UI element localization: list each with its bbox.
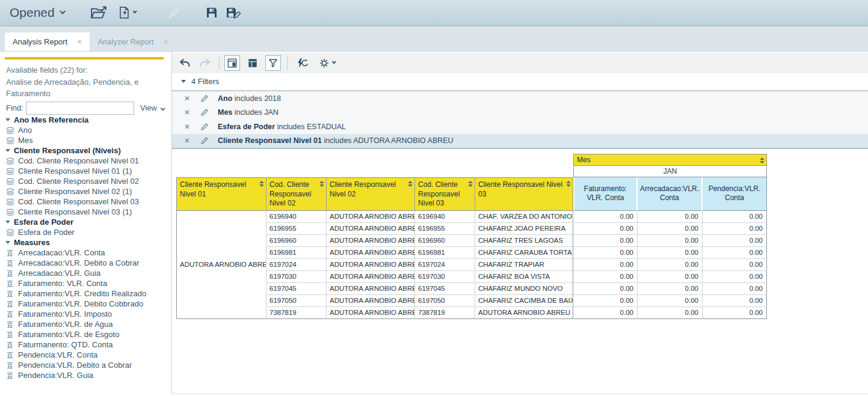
- tab-analysis-report[interactable]: Analysis Report✕: [5, 32, 90, 51]
- view-dropdown-button[interactable]: View: [140, 103, 164, 112]
- row-header-4[interactable]: Cliente Responsavel Nivel 03: [475, 177, 573, 211]
- member-cell[interactable]: 6196981: [266, 247, 327, 259]
- value-cell[interactable]: 0.00: [638, 259, 703, 271]
- value-cell[interactable]: 0.00: [703, 235, 767, 247]
- show-filters-button[interactable]: [265, 55, 281, 71]
- member-cell[interactable]: 6196955: [415, 223, 475, 235]
- settings-button[interactable]: [316, 55, 337, 71]
- field-item[interactable]: Faturamento:VLR. de Esgoto: [5, 329, 168, 340]
- member-cell[interactable]: CHAFARIZ BOA VISTA: [475, 271, 573, 283]
- member-cell[interactable]: 6196960: [266, 235, 327, 247]
- auto-refresh-button[interactable]: [292, 55, 312, 71]
- value-cell[interactable]: 0.00: [573, 295, 638, 307]
- member-cell[interactable]: CHAF. VARZEA DO ANTONIO: [475, 211, 573, 223]
- sort-icon[interactable]: [468, 181, 473, 187]
- field-item[interactable]: Pendencia:VLR. Conta: [5, 350, 168, 360]
- field-item[interactable]: Esfera de Poder: [5, 227, 168, 237]
- value-cell[interactable]: 0.00: [573, 283, 638, 295]
- value-cell[interactable]: 0.00: [573, 259, 638, 271]
- member-cell[interactable]: 6197024: [266, 259, 327, 271]
- member-cell[interactable]: CHAFARIZ CACIMBA DE BAIXO: [475, 295, 573, 307]
- member-cell[interactable]: ADUTORA ARNOBIO ABREU: [327, 223, 415, 235]
- row-header-2[interactable]: Cliente Responsavel Nivel 02: [327, 177, 415, 211]
- sort-icon[interactable]: [408, 181, 413, 187]
- field-item[interactable]: Faturamento: VLR. Conta: [5, 278, 168, 288]
- undo-button[interactable]: [177, 55, 192, 71]
- member-cell[interactable]: ADUTORA ARNOBIO ABREU: [327, 211, 415, 223]
- member-cell[interactable]: CHAFARIZ TRAPIAR: [475, 259, 573, 271]
- member-cell[interactable]: ADUTORA ARNOBIO ABREU: [327, 259, 415, 271]
- filters-header[interactable]: 4 Filters: [172, 73, 868, 90]
- edit-filter-icon[interactable]: [200, 108, 209, 117]
- edit-filter-icon[interactable]: [200, 122, 209, 132]
- member-cell[interactable]: 6197045: [415, 283, 475, 295]
- member-cell[interactable]: 6196955: [266, 223, 327, 235]
- nivel01-member-cell[interactable]: ADUTORA ARNOBIO ABREU: [176, 211, 266, 319]
- find-input[interactable]: [26, 102, 134, 115]
- field-item[interactable]: Pendencia:VLR. Debito a Cobrar: [5, 360, 168, 370]
- member-cell[interactable]: 6197050: [266, 295, 327, 307]
- field-item[interactable]: Faturamento:VLR. de Agua: [5, 319, 168, 329]
- value-cell[interactable]: 0.00: [638, 247, 703, 259]
- row-header-0[interactable]: Cliente Responsavel Nivel 01: [176, 177, 266, 211]
- value-cell[interactable]: 0.00: [573, 223, 638, 235]
- value-cell[interactable]: 0.00: [703, 259, 767, 271]
- row-header-1[interactable]: Cod. Cliente Responsavel Nivel 02: [266, 177, 327, 211]
- field-item[interactable]: Faturamento:VLR. Debito Cobbrado: [5, 299, 168, 309]
- measure-header-0[interactable]: Faturamento: VLR. Conta: [573, 177, 638, 211]
- member-cell[interactable]: ADUTORA ARNOBIO ABREU: [327, 271, 415, 283]
- member-cell[interactable]: CHAFARIZ JOAO PEREIRA: [475, 223, 573, 235]
- value-cell[interactable]: 0.00: [638, 211, 703, 223]
- value-cell[interactable]: 0.00: [638, 223, 703, 235]
- member-cell[interactable]: CHAFARIZ TRES LAGOAS: [475, 235, 573, 247]
- member-cell[interactable]: 6196981: [415, 247, 475, 259]
- member-cell[interactable]: CHAFARIZ MUNDO NOVO: [475, 283, 573, 295]
- member-cell[interactable]: 6197030: [415, 271, 475, 283]
- field-item[interactable]: Faturmanento: QTD. Conta: [5, 340, 168, 350]
- field-item[interactable]: Cliente Responsavel Nivel 03 (1): [5, 207, 168, 217]
- remove-filter-icon[interactable]: ✕: [184, 94, 192, 103]
- member-cell[interactable]: 6197050: [415, 295, 475, 307]
- value-cell[interactable]: 0.00: [703, 307, 767, 319]
- filter-row[interactable]: ✕Esfera de Poder includes ESTADUAL: [172, 120, 868, 134]
- value-cell[interactable]: 0.00: [703, 247, 767, 259]
- member-cell[interactable]: 6196940: [266, 211, 327, 223]
- sort-icon[interactable]: [566, 181, 571, 187]
- value-cell[interactable]: 0.00: [573, 211, 638, 223]
- value-cell[interactable]: 0.00: [638, 307, 703, 319]
- row-header-3[interactable]: Cod. Cliente Responsavel Nivel 03: [415, 177, 475, 211]
- value-cell[interactable]: 0.00: [638, 271, 703, 283]
- field-item[interactable]: Arrecadacao:VLR. Debito a Cobrar: [5, 258, 168, 268]
- field-item[interactable]: Pendencia:VLR. Guia: [5, 370, 168, 380]
- field-item[interactable]: Ano: [5, 125, 168, 135]
- field-item[interactable]: Arrecadacao:VLR. Conta: [5, 248, 168, 258]
- edit-filter-icon[interactable]: [200, 136, 209, 145]
- field-group-header[interactable]: Esfera de Poder: [5, 217, 168, 227]
- edit-filter-icon[interactable]: [200, 94, 209, 103]
- member-cell[interactable]: 6196960: [415, 235, 475, 247]
- close-icon[interactable]: ✕: [77, 38, 82, 45]
- field-group-header[interactable]: Cliente Responsavel (Níveis): [5, 145, 168, 156]
- filter-row[interactable]: ✕Cliente Responsavel Nivel 01 includes A…: [172, 134, 868, 148]
- value-cell[interactable]: 0.00: [703, 295, 767, 307]
- column-dimension-header[interactable]: Mes: [573, 154, 767, 166]
- browse-files-button[interactable]: [90, 4, 108, 21]
- filter-row[interactable]: ✕Ano includes 2018: [172, 91, 868, 106]
- value-cell[interactable]: 0.00: [703, 271, 767, 283]
- field-item[interactable]: Cod. Cliente Responsavel Nivel 01: [5, 156, 168, 166]
- value-cell[interactable]: 0.00: [638, 295, 703, 307]
- member-cell[interactable]: 6197024: [415, 259, 475, 271]
- column-member-cell[interactable]: JAN: [573, 166, 767, 177]
- value-cell[interactable]: 0.00: [573, 247, 638, 259]
- member-cell[interactable]: CHAFARIZ CARAUBA TORTA: [475, 247, 573, 259]
- show-fields-panel-button[interactable]: [224, 55, 240, 71]
- field-group-header[interactable]: Ano Mes Referencia: [5, 115, 168, 125]
- opened-menu-button[interactable]: Opened: [10, 5, 64, 20]
- member-cell[interactable]: 7387819: [415, 307, 475, 319]
- value-cell[interactable]: 0.00: [703, 211, 767, 223]
- member-cell[interactable]: ADUTORA ARNOBIO ABREU: [327, 307, 415, 319]
- member-cell[interactable]: ADUTORA ARNOBIO ABREU: [327, 283, 415, 295]
- value-cell[interactable]: 0.00: [638, 283, 703, 295]
- field-item[interactable]: Cliente Responsavel Nivel 01 (1): [5, 166, 168, 176]
- show-layout-panel-button[interactable]: [245, 55, 260, 71]
